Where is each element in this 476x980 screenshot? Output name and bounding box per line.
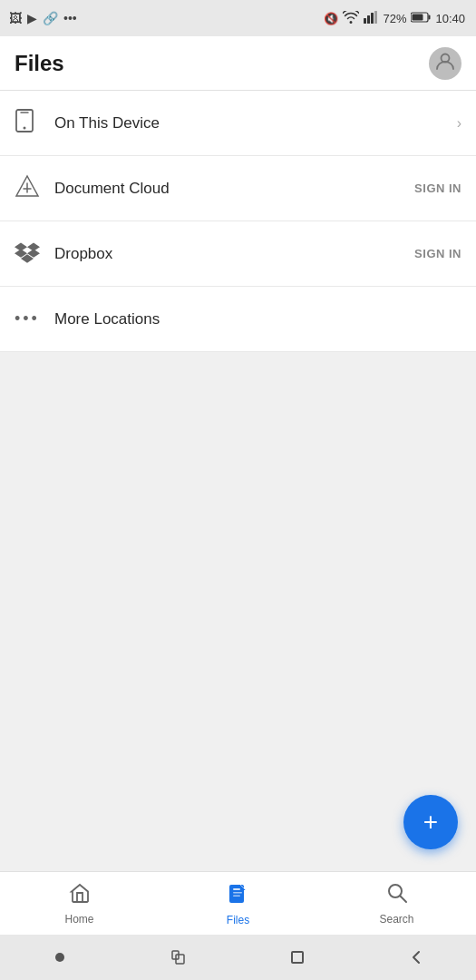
fab-plus-icon: + <box>423 809 438 835</box>
system-recent-icon <box>171 950 186 965</box>
svg-rect-0 <box>364 18 366 24</box>
svg-rect-1 <box>367 15 370 24</box>
link-status-icon: 🔗 <box>43 11 58 25</box>
search-icon <box>386 882 408 909</box>
system-recent-button[interactable] <box>160 939 197 975</box>
dropbox-icon <box>15 241 40 267</box>
system-home-button[interactable] <box>279 939 316 975</box>
battery-text: 72% <box>383 12 406 25</box>
status-left-icons: 🖼 ▶ 🔗 ••• <box>9 11 77 25</box>
files-icon <box>228 881 249 910</box>
svg-rect-6 <box>413 14 423 20</box>
svg-rect-3 <box>374 11 377 24</box>
dropbox-sign-in[interactable]: SIGN IN <box>414 247 461 260</box>
nav-home-button[interactable]: Home <box>0 872 159 935</box>
system-home-icon <box>291 951 304 964</box>
on-this-device-label: On This Device <box>54 114 457 132</box>
more-icon-wrap: ••• <box>15 309 54 328</box>
device-icon <box>15 109 34 138</box>
mute-icon: 🔇 <box>324 12 338 25</box>
chevron-right-icon: › <box>457 115 461 132</box>
more-status-icon: ••• <box>63 11 77 25</box>
signal-icon <box>364 11 378 26</box>
adobe-icon <box>15 174 40 203</box>
system-back-icon <box>408 949 424 965</box>
nav-search-label: Search <box>379 913 413 926</box>
more-locations-label: More Locations <box>54 310 461 328</box>
system-back-button[interactable] <box>398 939 434 975</box>
battery-icon <box>411 12 431 25</box>
account-icon <box>435 51 455 75</box>
page-title: Files <box>15 51 64 76</box>
locations-list: On This Device › Document Cloud SIGN IN <box>0 91 476 352</box>
svg-point-9 <box>24 126 26 129</box>
wifi-icon <box>343 11 359 26</box>
add-fab-button[interactable]: + <box>403 795 458 849</box>
system-nav-bar <box>0 935 476 980</box>
nav-files-button[interactable]: Files <box>159 872 317 935</box>
status-bar: 🖼 ▶ 🔗 ••• 🔇 72% <box>0 0 476 36</box>
svg-rect-19 <box>233 895 240 897</box>
bottom-navigation: Home Files Search <box>0 871 476 935</box>
nav-search-button[interactable]: Search <box>317 872 476 935</box>
image-status-icon: 🖼 <box>9 11 22 25</box>
app-bar: Files <box>0 36 476 91</box>
svg-rect-18 <box>233 892 242 894</box>
svg-rect-2 <box>371 13 374 24</box>
dropbox-item[interactable]: Dropbox SIGN IN <box>0 221 476 287</box>
dropbox-label: Dropbox <box>54 245 414 263</box>
svg-line-21 <box>400 896 406 902</box>
content-area: + <box>0 352 476 871</box>
device-icon-wrap <box>15 109 54 138</box>
on-this-device-item[interactable]: On This Device › <box>0 91 476 156</box>
adobe-icon-wrap <box>15 174 54 203</box>
system-dot-button[interactable] <box>42 939 78 975</box>
time-display: 10:40 <box>435 12 465 25</box>
nav-home-label: Home <box>64 913 93 926</box>
document-cloud-item[interactable]: Document Cloud SIGN IN <box>0 156 476 221</box>
play-status-icon: ▶ <box>27 11 37 25</box>
status-right-icons: 🔇 72% 10:40 <box>324 11 465 26</box>
home-icon <box>69 882 91 909</box>
account-avatar-button[interactable] <box>429 47 461 80</box>
nav-files-label: Files <box>227 914 249 926</box>
more-locations-item[interactable]: ••• More Locations <box>0 287 476 352</box>
document-cloud-sign-in[interactable]: SIGN IN <box>414 181 461 195</box>
dropbox-icon-wrap <box>15 241 54 267</box>
document-cloud-label: Document Cloud <box>54 180 414 198</box>
system-dot-icon <box>55 953 64 962</box>
more-dots-icon: ••• <box>15 309 40 328</box>
svg-rect-17 <box>233 888 240 890</box>
svg-rect-5 <box>429 15 431 19</box>
